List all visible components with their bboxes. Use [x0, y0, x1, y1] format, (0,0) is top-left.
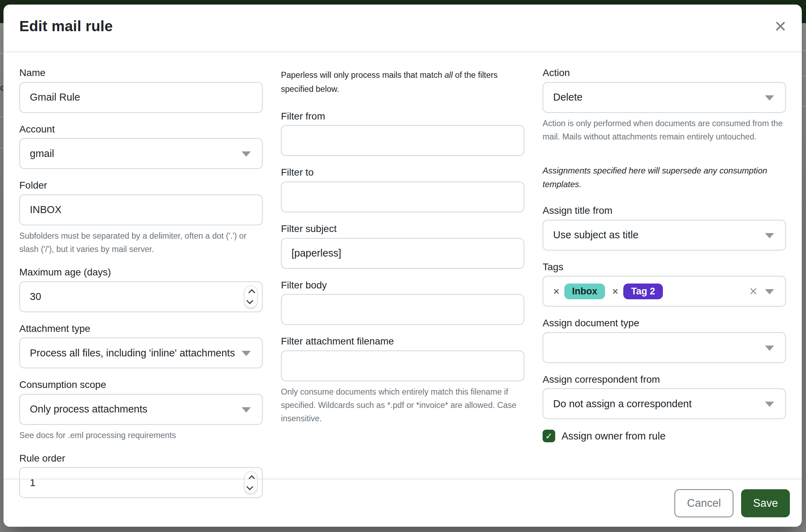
column-filters: Paperless will only process mails that m… — [281, 67, 524, 509]
field-folder: Folder Subfolders must be separated by a… — [19, 179, 263, 256]
chevron-down-icon — [765, 289, 774, 294]
cancel-button[interactable]: Cancel — [674, 489, 734, 517]
filter-filename-input-wrap — [281, 350, 524, 381]
filter-subject-input[interactable] — [291, 247, 514, 259]
stepper-up-icon[interactable] — [248, 289, 255, 296]
chevron-down-icon — [765, 402, 774, 407]
max-age-label: Maximum age (days) — [19, 266, 263, 278]
chevron-down-icon — [242, 151, 251, 157]
field-filter-body: Filter body — [281, 279, 524, 325]
field-assign-title: Assign title from Use subject as title — [543, 205, 786, 251]
assign-correspondent-label: Assign correspondent from — [543, 374, 786, 386]
save-button[interactable]: Save — [741, 489, 790, 517]
name-input[interactable] — [30, 91, 252, 103]
assign-doctype-select[interactable] — [543, 332, 786, 363]
dialog-footer: Cancel Save — [4, 479, 802, 527]
folder-label: Folder — [19, 179, 263, 191]
remove-tag-icon[interactable]: × — [553, 286, 559, 297]
field-filter-to: Filter to — [281, 166, 524, 212]
column-general: Name Account gmail Folder Subfolders mus… — [19, 67, 263, 509]
filter-to-input[interactable] — [291, 191, 514, 203]
max-age-stepper[interactable] — [244, 286, 257, 308]
assign-title-select[interactable]: Use subject as title — [543, 220, 786, 251]
attachment-type-label: Attachment type — [19, 323, 263, 335]
filter-from-input[interactable] — [291, 135, 514, 146]
filter-body-label: Filter body — [281, 279, 524, 291]
field-attachment-type: Attachment type Process all files, inclu… — [19, 323, 263, 369]
chevron-down-icon — [765, 233, 774, 238]
filter-filename-input[interactable] — [291, 360, 514, 371]
max-age-input-wrap — [19, 281, 263, 312]
filter-subject-label: Filter subject — [281, 223, 524, 235]
field-name: Name — [19, 67, 263, 113]
field-filter-from: Filter from — [281, 110, 524, 156]
filter-body-input[interactable] — [291, 304, 514, 315]
tag-chip-tag2: Tag 2 — [623, 284, 663, 299]
field-assign-doctype: Assign document type — [543, 317, 786, 363]
field-assign-correspondent: Assign correspondent from Do not assign … — [543, 374, 786, 420]
assign-title-selected-value: Use subject as title — [553, 229, 638, 241]
consumption-scope-select[interactable]: Only process attachments — [19, 394, 263, 425]
account-select[interactable]: gmail — [19, 138, 263, 169]
assign-owner-label: Assign owner from rule — [562, 430, 666, 442]
tags-multiselect[interactable]: × Inbox × Tag 2 × — [543, 276, 786, 307]
consumption-scope-label: Consumption scope — [19, 379, 263, 391]
action-select[interactable]: Delete — [543, 82, 786, 113]
action-selected-value: Delete — [553, 91, 583, 103]
checkbox-checked-icon[interactable]: ✓ — [543, 430, 555, 442]
folder-input[interactable] — [30, 204, 252, 216]
field-action: Action Delete Action is only performed w… — [543, 67, 786, 143]
chevron-down-icon — [765, 346, 774, 351]
consumption-scope-help-text: See docs for .eml processing requirement… — [19, 429, 263, 442]
clear-tags-icon[interactable]: × — [750, 285, 757, 298]
edit-mail-rule-dialog: Edit mail rule × Name Account gmail Fold… — [4, 5, 802, 527]
field-tags: Tags × Inbox × Tag 2 × — [543, 261, 786, 307]
chevron-down-icon — [765, 95, 774, 101]
stepper-down-icon[interactable] — [246, 297, 253, 304]
rule-order-label: Rule order — [19, 452, 263, 464]
attachment-type-select[interactable]: Process all files, including 'inline' at… — [19, 337, 263, 368]
filter-from-input-wrap — [281, 125, 524, 156]
filter-to-input-wrap — [281, 182, 524, 212]
filter-to-label: Filter to — [281, 166, 524, 178]
account-label: Account — [19, 123, 263, 135]
filter-from-label: Filter from — [281, 110, 524, 122]
tags-label: Tags — [543, 261, 786, 273]
account-selected-value: gmail — [30, 148, 54, 159]
dialog-title: Edit mail rule — [19, 18, 113, 35]
filter-filename-label: Filter attachment filename — [281, 335, 524, 347]
field-filter-filename: Filter attachment filename Only consume … — [281, 335, 524, 425]
background-page-right-sliver — [801, 23, 806, 532]
filters-intro-text: Paperless will only process mails that m… — [281, 68, 524, 96]
assign-correspondent-selected-value: Do not assign a correspondent — [553, 398, 692, 410]
dialog-header: Edit mail rule × — [4, 5, 802, 52]
assign-doctype-label: Assign document type — [543, 317, 786, 329]
assign-title-label: Assign title from — [543, 205, 786, 217]
max-age-input[interactable] — [30, 291, 252, 302]
field-max-age: Maximum age (days) — [19, 266, 263, 312]
action-help-text: Action is only performed when documents … — [543, 117, 786, 143]
assign-correspondent-select[interactable]: Do not assign a correspondent — [543, 388, 786, 419]
chevron-down-icon — [242, 351, 251, 356]
assign-owner-checkbox-row[interactable]: ✓ Assign owner from rule — [543, 430, 786, 442]
name-input-wrap — [19, 82, 263, 113]
filter-filename-help-text: Only consume documents which entirely ma… — [281, 385, 524, 425]
chevron-down-icon — [242, 407, 251, 412]
intro-italic-word: all — [444, 70, 453, 80]
folder-help-text: Subfolders must be separated by a delimi… — [19, 229, 263, 256]
tag-chip-inbox: Inbox — [564, 284, 605, 299]
remove-tag-icon[interactable]: × — [612, 286, 618, 297]
folder-input-wrap — [19, 195, 263, 225]
filter-subject-input-wrap — [281, 238, 524, 269]
column-actions: Action Delete Action is only performed w… — [543, 67, 786, 509]
field-consumption-scope: Consumption scope Only process attachmen… — [19, 379, 263, 442]
attachment-type-selected-value: Process all files, including 'inline' at… — [30, 347, 235, 359]
dialog-body: Name Account gmail Folder Subfolders mus… — [19, 52, 786, 479]
name-label: Name — [19, 67, 263, 79]
close-icon[interactable]: × — [773, 14, 788, 37]
filter-body-input-wrap — [281, 294, 524, 325]
field-filter-subject: Filter subject — [281, 223, 524, 269]
action-label: Action — [543, 67, 786, 79]
consumption-scope-selected-value: Only process attachments — [30, 403, 147, 415]
assignments-note: Assignments specified here will supersed… — [543, 164, 786, 191]
